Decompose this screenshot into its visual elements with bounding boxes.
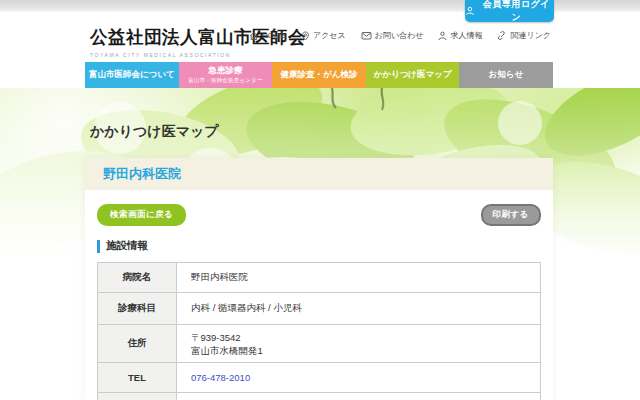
row-label: 病院名 (98, 263, 177, 293)
nav-item-jobs[interactable]: 求人情報 (438, 30, 482, 41)
member-login-label: 会員専用ログイン (479, 0, 554, 24)
row-value: 076-478-2928 (177, 393, 541, 400)
tab-label: 急患診療 (208, 66, 242, 76)
tab-news[interactable]: お知らせ (459, 62, 553, 88)
row-value: 076-478-2010 (177, 363, 541, 393)
tab-doctor-map[interactable]: かかりつけ医マップ (366, 62, 460, 88)
member-person-icon (465, 6, 475, 16)
table-row: 病院名 野田内科医院 (98, 263, 541, 293)
link-icon (497, 31, 507, 41)
row-label: 診療科目 (98, 293, 177, 325)
facility-info-section-header: 施設情報 (97, 239, 541, 253)
page-title: かかりつけ医マップ (90, 123, 219, 141)
row-value: 野田内科医院 (177, 263, 541, 293)
page: 会員専用ログイン 公益社団法人富山市医師会 TOYAMA CITY MEDICA… (0, 0, 640, 400)
tab-label: 富山市医師会について (89, 70, 175, 80)
content-panel: 野田内科医院 検索画面に戻る 印刷する 施設情報 病院名 野田内科医院 診療科目… (85, 158, 553, 400)
tab-label: お知らせ (489, 70, 524, 80)
nav-label: 関連リンク (510, 30, 551, 41)
row-value: 内科 / 循環器内科 / 小児科 (177, 293, 541, 325)
nav-item-access[interactable]: アクセス (301, 30, 346, 41)
row-label: FAX (98, 393, 177, 400)
row-label: 住所 (98, 325, 177, 363)
row-value: 〒939-3542 富山市水橋開発1 (177, 325, 541, 363)
back-to-search-button[interactable]: 検索画面に戻る (97, 204, 186, 226)
tab-label: かかりつけ医マップ (374, 70, 452, 80)
tab-about[interactable]: 富山市医師会について (85, 62, 179, 88)
action-button-row: 検索画面に戻る 印刷する (97, 204, 541, 226)
utility-nav: HOME アクセス お問い合わせ 求人情報 (249, 30, 551, 41)
site-subtitle: TOYAMA CITY MEDICAL ASSOCIATION (90, 52, 306, 58)
nav-item-home[interactable]: HOME (249, 31, 286, 41)
table-row: 住所 〒939-3542 富山市水橋開発1 (98, 325, 541, 363)
tab-emergency[interactable]: 急患診療 富山市・医師会急患センター (179, 62, 273, 88)
map-pin-icon (301, 31, 310, 41)
member-login-button[interactable]: 会員専用ログイン (465, 0, 554, 22)
tab-label: 健康診査・がん検診 (281, 70, 358, 80)
nav-label: アクセス (313, 30, 346, 41)
home-icon (249, 31, 259, 41)
tab-checkup[interactable]: 健康診査・がん検診 (272, 62, 366, 88)
table-row: FAX 076-478-2928 (98, 393, 541, 400)
facility-name-heading: 野田内科医院 (85, 158, 553, 190)
nav-item-contact[interactable]: お問い合わせ (361, 30, 424, 41)
main-nav: 富山市医師会について 急患診療 富山市・医師会急患センター 健康診査・がん検診 … (85, 62, 553, 88)
nav-label: HOME (262, 31, 286, 40)
nav-item-links[interactable]: 関連リンク (497, 30, 551, 41)
tab-sublabel: 富山市・医師会急患センター (188, 77, 263, 83)
facility-info-table: 病院名 野田内科医院 診療科目 内科 / 循環器内科 / 小児科 住所 〒939… (97, 262, 541, 400)
table-row: 診療科目 内科 / 循環器内科 / 小児科 (98, 293, 541, 325)
mail-icon (361, 31, 372, 40)
person-icon (438, 31, 447, 41)
nav-label: 求人情報 (450, 30, 482, 41)
nav-label: お問い合わせ (375, 30, 424, 41)
section-title: 施設情報 (106, 239, 148, 253)
table-row: TEL 076-478-2010 (98, 363, 541, 393)
print-button[interactable]: 印刷する (481, 204, 541, 226)
row-label: TEL (98, 363, 177, 393)
tel-link[interactable]: 076-478-2010 (191, 372, 250, 383)
section-accent-bar (97, 240, 100, 253)
